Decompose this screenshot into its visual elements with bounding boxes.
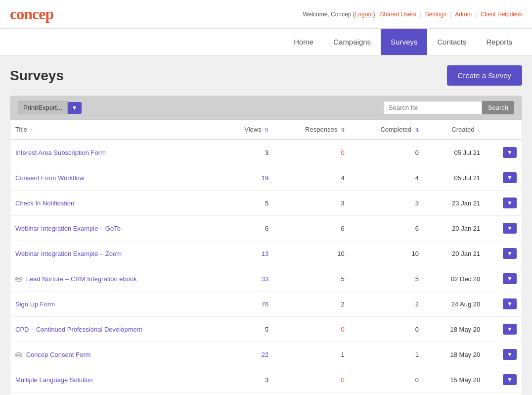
search-input[interactable] xyxy=(383,101,482,114)
table-row: Webinar Integration Example – GoTo 6 6 6… xyxy=(10,216,522,241)
created-cell: 24 Aug 20 xyxy=(424,292,485,317)
completed-cell: 0 xyxy=(350,367,424,393)
completed-cell: 0 xyxy=(350,140,424,165)
completed-cell: 5 xyxy=(350,266,424,292)
logout-link[interactable]: Logout xyxy=(355,11,373,18)
action-cell: ▼ xyxy=(485,266,522,292)
col-views[interactable]: Views ⇅ xyxy=(221,120,273,140)
row-action-button[interactable]: ▼ xyxy=(503,273,517,284)
row-action-button[interactable]: ▼ xyxy=(503,172,517,183)
responses-cell: 2 xyxy=(273,292,349,317)
nav-reports[interactable]: Reports xyxy=(476,29,522,55)
nav-surveys[interactable]: Surveys xyxy=(381,29,427,55)
col-title[interactable]: Title ↑ xyxy=(10,120,221,140)
col-action xyxy=(485,120,522,140)
logo: concep xyxy=(10,5,53,23)
created-cell: 20 Jan 21 xyxy=(424,216,485,241)
completed-cell: 4 xyxy=(350,165,424,191)
table-container: Print/Export... ▼ Search Title ↑ Views ⇅… xyxy=(10,96,522,395)
row-action-button[interactable]: ▼ xyxy=(503,349,517,360)
row-action-button[interactable]: ▼ xyxy=(503,198,517,208)
client-helpdesk-link[interactable]: Client Helpdesk xyxy=(481,11,522,18)
row-action-button[interactable]: ▼ xyxy=(503,147,517,158)
responses-cell: 5 xyxy=(273,266,349,292)
search-area: Search xyxy=(383,101,514,114)
views-cell: 33 xyxy=(221,266,273,292)
survey-title-cell: Interest Area Subscription Form xyxy=(10,140,221,165)
views-cell: 3 xyxy=(221,367,273,393)
col-created[interactable]: Created ↓ xyxy=(424,120,485,140)
survey-link[interactable]: Webinar Integration Example – GoTo xyxy=(15,225,121,232)
action-cell: ▼ xyxy=(485,342,522,367)
survey-link[interactable]: Consent Form Workflow xyxy=(15,174,84,182)
survey-title-cell: Webinar Integration Example – GoTo xyxy=(10,216,221,241)
survey-link[interactable]: Interest Area Subscription Form xyxy=(15,149,106,156)
db-icon xyxy=(15,277,22,282)
print-export-button[interactable]: Print/Export... xyxy=(18,101,68,114)
survey-title-cell: Sign Up Form xyxy=(10,292,221,317)
page-header: Surveys Create a Survey xyxy=(10,65,522,86)
survey-title-cell: Concep Consent Form xyxy=(10,342,221,367)
col-completed[interactable]: Completed ⇅ xyxy=(350,120,424,140)
row-action-button[interactable]: ▼ xyxy=(503,223,517,234)
responses-cell: 4 xyxy=(273,165,349,191)
created-cell: 05 Jul 21 xyxy=(424,165,485,191)
views-cell: 3 xyxy=(221,140,273,165)
views-cell: 19 xyxy=(221,165,273,191)
survey-title-cell: CPD – Continued Professional Development xyxy=(10,317,221,342)
action-cell: ▼ xyxy=(485,165,522,191)
survey-title-cell: Consent Form Workflow xyxy=(10,165,221,191)
nav-campaigns[interactable]: Campaigns xyxy=(323,29,381,55)
row-action-button[interactable]: ▼ xyxy=(503,248,517,259)
completed-cell: 10 xyxy=(350,241,424,266)
created-cell: 05 Jul 21 xyxy=(424,140,485,165)
table-row: Interest Area Subscription Form 3 0 0 05… xyxy=(10,140,522,165)
responses-cell: 10 xyxy=(273,241,349,266)
survey-link[interactable]: CPD – Continued Professional Development xyxy=(15,326,142,333)
completed-cell: 2 xyxy=(350,292,424,317)
completed-cell: 6 xyxy=(350,216,424,241)
survey-link[interactable]: Sign Up Form xyxy=(15,300,55,308)
top-bar: concep Welcome, Concep (Logout) Shared U… xyxy=(0,0,532,29)
action-cell: ▼ xyxy=(485,191,522,216)
created-cell: 18 May 20 xyxy=(424,317,485,342)
table-row: Concep Consent Form 22 1 1 18 May 20 ▼ xyxy=(10,342,522,367)
created-cell: 02 Dec 20 xyxy=(424,266,485,292)
print-export-area: Print/Export... ▼ xyxy=(18,101,82,114)
row-action-button[interactable]: ▼ xyxy=(503,298,517,309)
views-cell: 13 xyxy=(221,241,273,266)
nav-contacts[interactable]: Contacts xyxy=(427,29,476,55)
nav-bar: Home Campaigns Surveys Contacts Reports xyxy=(0,29,532,55)
action-cell: ▼ xyxy=(485,140,522,165)
survey-title-cell: Lead Nurture – CRM Integration ebook xyxy=(10,266,221,292)
col-responses[interactable]: Responses ⇅ xyxy=(273,120,349,140)
table-row: Check In Notification 5 3 3 23 Jan 21 ▼ xyxy=(10,191,522,216)
shared-users-link[interactable]: Shared Users xyxy=(380,11,416,18)
action-cell: ▼ xyxy=(485,367,522,393)
nav-home[interactable]: Home xyxy=(284,29,323,55)
page-content: Surveys Create a Survey Print/Export... … xyxy=(0,55,532,395)
survey-link[interactable]: Check In Notification xyxy=(15,199,74,207)
completed-cell: 1 xyxy=(350,342,424,367)
welcome-text: Welcome, Concep xyxy=(303,11,352,18)
table-header-row: Title ↑ Views ⇅ Responses ⇅ Completed ⇅ … xyxy=(10,120,522,140)
survey-link[interactable]: Lead Nurture – CRM Integration ebook xyxy=(26,275,137,283)
responses-cell: 0 xyxy=(273,367,349,393)
print-export-dropdown[interactable]: ▼ xyxy=(68,102,82,114)
action-cell: ▼ xyxy=(485,216,522,241)
survey-link[interactable]: Concep Consent Form xyxy=(26,351,91,358)
admin-link[interactable]: Admin xyxy=(455,11,472,18)
views-cell: 5 xyxy=(221,317,273,342)
create-survey-button[interactable]: Create a Survey xyxy=(447,65,522,86)
action-cell: ▼ xyxy=(485,393,522,395)
table-row: Multiple Language Solution 3 0 0 15 May … xyxy=(10,367,522,393)
row-action-button[interactable]: ▼ xyxy=(503,374,517,385)
responses-cell: 0 xyxy=(273,140,349,165)
survey-link[interactable]: Webinar Integration Example – Zoom xyxy=(15,250,122,257)
created-cell: 15 May 20 xyxy=(424,393,485,395)
survey-link[interactable]: Multiple Language Solution xyxy=(15,376,93,384)
row-action-button[interactable]: ▼ xyxy=(503,324,517,335)
survey-title-cell: Monitor Form xyxy=(10,393,221,395)
settings-link[interactable]: Settings xyxy=(425,11,446,18)
search-button[interactable]: Search xyxy=(482,101,514,114)
